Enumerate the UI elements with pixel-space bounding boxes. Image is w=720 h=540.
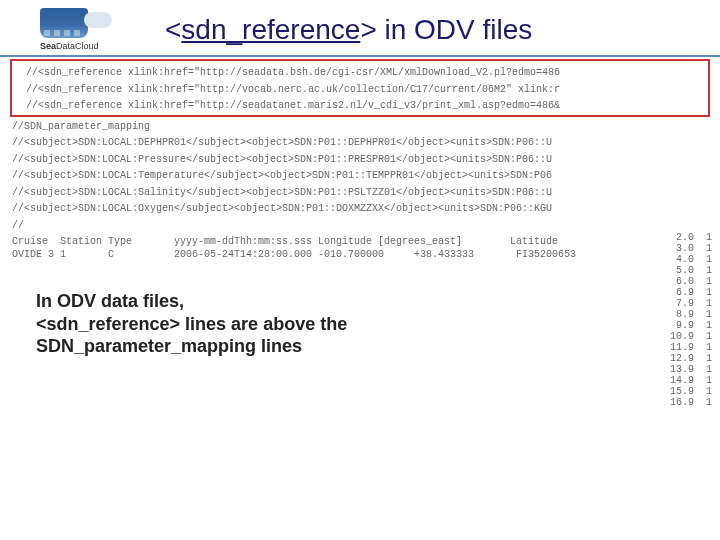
title-gt: > [360,14,376,45]
code-line: //<subject>SDN:LOCAL:Oxygen</subject><ob… [0,203,720,216]
table-row: 2.0 1 [670,232,712,243]
caption-line: SDN_parameter_mapping lines [36,335,347,358]
code-line: //<subject>SDN:LOCAL:DEPHPR01</subject><… [0,137,720,150]
table-row: 9.9 1 [670,320,712,331]
table-row: 6.9 1 [670,287,712,298]
title-rest: in ODV files [377,14,533,45]
table-row: 11.9 1 [670,342,712,353]
page-title: <sdn_reference> in ODV files [165,14,532,46]
table-row: 8.9 1 [670,309,712,320]
table-row: 16.9 1 [670,397,712,408]
code-line: //<sdn_reference xlink:href="http://sead… [14,100,708,113]
code-line: //<sdn_reference xlink:href="http://voca… [14,84,708,97]
cloud-icon [84,12,112,28]
header: SeaDataCloud <sdn_reference> in ODV file… [0,0,720,57]
logo-area: SeaDataCloud [0,8,165,51]
code-line: //<subject>SDN:LOCAL:Salinity</subject><… [0,187,720,200]
caption: In ODV data files, <sdn_reference> lines… [36,290,347,358]
title-tag: sdn_reference [181,14,360,45]
table-row: 12.9 1 [670,353,712,364]
column-header: Cruise Station Type yyyy-mm-ddThh:mm:ss.… [0,232,720,249]
logo-cloud-text: Cloud [75,41,99,51]
numeric-table: 2.0 1 3.0 1 4.0 1 5.0 1 6.0 1 6.9 1 7.9 … [670,232,712,408]
table-row: 6.0 1 [670,276,712,287]
code-line: //<subject>SDN:LOCAL:Pressure</subject><… [0,154,720,167]
table-row: 5.0 1 [670,265,712,276]
table-row: 4.0 1 [670,254,712,265]
logo-text: SeaDataCloud [40,41,99,51]
code-line: // [0,220,720,233]
logo: SeaDataCloud [40,8,165,51]
caption-line: <sdn_reference> lines are above the [36,313,347,336]
title-lt: < [165,14,181,45]
table-row: 3.0 1 [670,243,712,254]
wave-icon [40,8,88,38]
reference-block: //<sdn_reference xlink:href="http://sead… [10,59,710,117]
table-row: 7.9 1 [670,298,712,309]
code-line: //SDN_parameter_mapping [0,121,720,134]
table-row: 13.9 1 [670,364,712,375]
table-row: 10.9 1 [670,331,712,342]
caption-line: In ODV data files, [36,290,347,313]
logo-bold: Sea [40,41,56,51]
table-row: 15.9 1 [670,386,712,397]
table-row: 14.9 1 [670,375,712,386]
code-line: //<subject>SDN:LOCAL:Temperature</subjec… [0,170,720,183]
code-line: //<sdn_reference xlink:href="http://sead… [14,67,708,80]
logo-rest: Data [56,41,75,51]
data-row: OVIDE 3 1 C 2006-05-24T14:28:00.000 -010… [0,249,720,260]
